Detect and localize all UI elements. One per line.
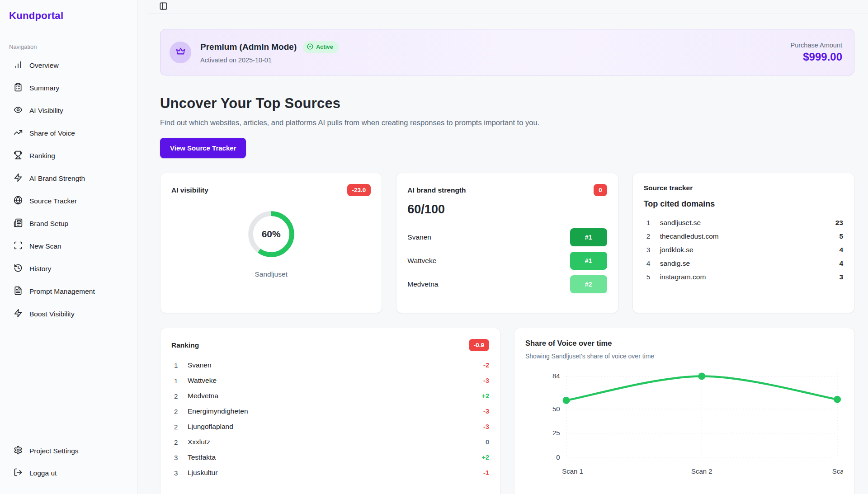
visibility-donut-chart: 60%: [245, 208, 297, 260]
ranking-change-badge: -0.9: [469, 339, 489, 351]
trophy-icon: [14, 151, 23, 161]
activation-date: Activated on 2025-10-01: [200, 56, 339, 64]
domain-rank: 4: [646, 259, 655, 268]
file-text-icon: [14, 286, 23, 297]
sov-chart-title: Share of Voice over time: [525, 339, 843, 348]
sidebar: Kundportal Navigation Overview Summary A…: [0, 0, 137, 494]
competitor-name: Wattveke: [407, 257, 436, 265]
history-icon: [14, 263, 23, 274]
ranking-name: Ljungoflapland: [188, 423, 233, 431]
sidebar-item-label: AI Visibility: [29, 107, 63, 115]
sidebar-item-label: Share of Voice: [29, 129, 75, 137]
crown-badge: [170, 42, 191, 63]
brand-logo: Kundportal: [9, 10, 130, 22]
ranking-change: -3: [483, 423, 489, 430]
ranking-change: 0: [486, 438, 489, 446]
ranking-row: 2 Xxxlutz 0: [171, 434, 489, 450]
domain-count: 3: [839, 273, 843, 281]
sidebar-toggle-button[interactable]: [156, 0, 170, 14]
share-of-voice-card: Share of Voice over time Showing Sandlju…: [514, 328, 854, 494]
domain-count: 4: [839, 246, 843, 254]
ranking-change: -3: [483, 377, 489, 384]
source-tracker-title: Source tracker: [644, 184, 693, 192]
sidebar-item-ai-visibility[interactable]: AI Visibility: [9, 102, 130, 120]
ai-visibility-title: AI visibility: [171, 186, 208, 194]
ranking-row: 3 Testfakta +2: [171, 450, 489, 465]
purchase-amount-label: Purchase Amount: [791, 42, 842, 49]
clipboard-icon: [14, 83, 23, 94]
log-out-icon: [14, 468, 23, 479]
ranking-name: Wattveke: [188, 376, 217, 385]
competitor-row: Medvetna #2: [407, 275, 607, 293]
premium-banner: Premium (Admin Mode) Active Activated on…: [160, 29, 854, 75]
ranking-row: 2 Ljungoflapland -3: [171, 419, 489, 434]
sidebar-item-new-scan[interactable]: New Scan: [9, 237, 130, 255]
domain-row: 2 thecandledust.com 5: [644, 230, 843, 243]
svg-text:84: 84: [552, 372, 560, 380]
sidebar-item-label: Logga ut: [29, 469, 57, 477]
ai-visibility-change-badge: -23.0: [347, 184, 371, 196]
domain-name: instagram.com: [660, 273, 706, 281]
brand-strength-title: AI brand strength: [407, 186, 466, 194]
domain-row: 3 jordklok.se 4: [644, 243, 843, 257]
status-badge: Active: [303, 41, 339, 53]
ranking-change: +2: [481, 454, 489, 461]
sidebar-item-label: Ranking: [29, 152, 55, 160]
sidebar-item-label: History: [29, 265, 51, 273]
status-badge-label: Active: [316, 44, 333, 50]
sidebar-item-label: Overview: [29, 61, 59, 70]
ranking-rank: 1: [174, 362, 182, 369]
competitor-rank-badge: #1: [570, 252, 607, 270]
competitor-list: Svanen #1 Wattveke #1 Medvetna #2: [407, 228, 607, 293]
bottom-cards-row: Ranking -0.9 1 Svanen -2 1 Wattveke -3: [160, 328, 854, 494]
sidebar-item-label: New Scan: [29, 242, 61, 250]
svg-text:Scan 3: Scan 3: [832, 467, 843, 475]
ranking-name: Ljuskultur: [188, 469, 217, 477]
domain-list: 1 sandljuset.se 23 2 thecandledust.com 5…: [644, 216, 843, 284]
sidebar-item-ranking[interactable]: Ranking: [9, 147, 130, 165]
ranking-list: 1 Svanen -2 1 Wattveke -3 2 Medvetna +2: [171, 358, 489, 480]
sidebar-item-boost-visibility[interactable]: Boost Visibility: [9, 305, 130, 323]
sidebar-item-prompt-management[interactable]: Prompt Management: [9, 282, 130, 301]
domain-row: 4 sandig.se 4: [644, 257, 843, 270]
domain-name: sandljuset.se: [660, 219, 701, 227]
ai-visibility-card: AI visibility -23.0 60% Sandljuset: [160, 173, 382, 313]
ranking-row: 3 Ljuskultur -1: [171, 465, 489, 480]
sidebar-item-project-settings[interactable]: Project Settings: [9, 442, 130, 460]
ranking-rank: 2: [174, 392, 182, 400]
ranking-change: -2: [483, 362, 489, 369]
ranking-name: Testfakta: [188, 453, 216, 461]
competitor-rank-badge: #2: [570, 275, 607, 293]
topbar: [137, 0, 868, 14]
domain-rank: 3: [646, 246, 655, 254]
competitor-name: Svanen: [407, 233, 431, 241]
sidebar-item-ai-brand-strength[interactable]: AI Brand Strength: [9, 169, 130, 188]
ranking-rank: 2: [174, 438, 182, 446]
main-area: Premium (Admin Mode) Active Activated on…: [137, 0, 868, 494]
sov-chart-subtitle: Showing Sandljuset's share of voice over…: [525, 353, 843, 360]
domain-rank: 1: [646, 219, 655, 227]
sidebar-item-logout[interactable]: Logga ut: [9, 464, 130, 482]
ranking-change: +2: [481, 392, 489, 400]
newspaper-icon: [14, 218, 23, 229]
premium-title: Premium (Admin Mode): [200, 42, 297, 52]
sidebar-item-overview[interactable]: Overview: [9, 56, 130, 75]
nav-section-label: Navigation: [9, 43, 130, 50]
sidebar-item-brand-setup[interactable]: Brand Setup: [9, 215, 130, 233]
domain-count: 5: [839, 232, 843, 240]
eye-icon: [14, 105, 23, 116]
domain-count: 4: [839, 259, 843, 268]
sidebar-item-history[interactable]: History: [9, 260, 130, 278]
panel-left-icon: [159, 2, 168, 12]
view-source-tracker-button[interactable]: View Source Tracker: [160, 138, 246, 158]
sidebar-item-summary[interactable]: Summary: [9, 79, 130, 97]
gear-icon: [14, 446, 23, 456]
ranking-rank: 2: [174, 408, 182, 415]
ranking-row: 1 Wattveke -3: [171, 373, 489, 388]
sidebar-item-share-of-voice[interactable]: Share of Voice: [9, 124, 130, 142]
svg-text:0: 0: [556, 453, 560, 461]
sov-chart-svg: 0255084Scan 1Scan 2Scan 3: [525, 371, 843, 484]
brand-strength-score: 60/100: [407, 202, 607, 216]
domain-name: thecandledust.com: [660, 232, 719, 240]
sidebar-item-source-tracker[interactable]: Source Tracker: [9, 192, 130, 210]
